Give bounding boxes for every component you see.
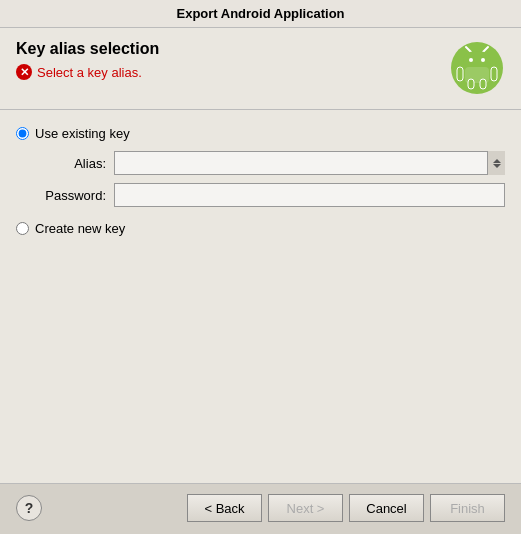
error-icon: ✕ (16, 64, 32, 80)
svg-point-12 (469, 58, 473, 62)
finish-button[interactable]: Finish (430, 494, 505, 522)
alias-select[interactable] (114, 151, 505, 175)
svg-point-13 (481, 58, 485, 62)
next-button[interactable]: Next > (268, 494, 343, 522)
help-button[interactable]: ? (16, 495, 42, 521)
content-section: Use existing key Alias: (0, 110, 521, 483)
cancel-button[interactable]: Cancel (349, 494, 424, 522)
radio-group: Use existing key Alias: (16, 126, 505, 236)
create-new-key-label[interactable]: Create new key (35, 221, 125, 236)
title-bar-label: Export Android Application (176, 6, 344, 21)
footer-buttons: < Back Next > Cancel Finish (187, 494, 505, 522)
alias-field-wrapper (114, 151, 505, 175)
create-new-key-radio[interactable] (16, 222, 29, 235)
password-field-wrapper (114, 183, 505, 207)
footer: ? < Back Next > Cancel Finish (0, 483, 521, 532)
header-left: Key alias selection ✕ Select a key alias… (16, 40, 159, 80)
back-button[interactable]: < Back (187, 494, 262, 522)
use-existing-key-radio[interactable] (16, 127, 29, 140)
header-section: Key alias selection ✕ Select a key alias… (0, 28, 521, 110)
svg-rect-10 (468, 79, 474, 89)
svg-rect-11 (480, 79, 486, 89)
alias-label: Alias: (40, 156, 110, 171)
use-existing-key-option: Use existing key Alias: (16, 126, 505, 207)
android-logo (449, 40, 505, 99)
existing-key-form: Alias: Password: (40, 151, 505, 207)
svg-rect-9 (491, 67, 497, 81)
page-title: Key alias selection (16, 40, 159, 58)
svg-rect-8 (457, 67, 463, 81)
alias-select-wrapper (114, 151, 505, 175)
use-existing-key-row: Use existing key (16, 126, 505, 141)
error-message: Select a key alias. (37, 65, 142, 80)
create-new-key-row: Create new key (16, 221, 505, 236)
use-existing-key-label[interactable]: Use existing key (35, 126, 130, 141)
footer-left: ? (16, 495, 42, 521)
title-bar: Export Android Application (0, 0, 521, 28)
password-label: Password: (40, 188, 110, 203)
dialog: Key alias selection ✕ Select a key alias… (0, 28, 521, 532)
error-row: ✕ Select a key alias. (16, 64, 159, 80)
password-input[interactable] (114, 183, 505, 207)
